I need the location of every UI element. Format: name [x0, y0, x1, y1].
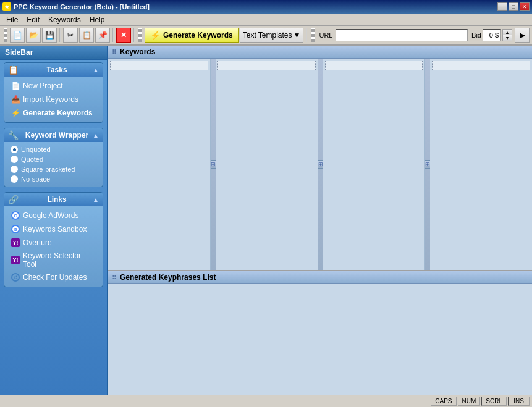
sidebar-item-keywords-sandbox[interactable]: G Keywords Sandbox [6, 222, 101, 236]
sidebar-item-google-adwords[interactable]: G Google AdWords [6, 209, 101, 222]
cut-btn[interactable]: ✂ [63, 28, 78, 43]
keyword-wrapper-section: 🔧 Keyword Wrapper ▲ Unquoted Quoted Squa… [4, 128, 103, 187]
keyphrases-content[interactable] [108, 284, 532, 395]
text-templates-button[interactable]: Text Templates ▼ [240, 28, 304, 43]
content-area: ⠿ Keywords ⊞ [108, 46, 532, 395]
radio-no-space[interactable]: No-space [6, 174, 101, 184]
keyphrases-label: Generated Keyphrases List [120, 273, 216, 282]
wrapper-collapse-icon: ▲ [93, 132, 99, 139]
kw-col4-header-box [432, 61, 530, 70]
kw-col1-header-box [110, 61, 208, 70]
open-btn[interactable]: 📂 [26, 28, 41, 43]
keywords-label: Keywords [120, 48, 155, 56]
kw-col4-body[interactable] [430, 72, 532, 270]
menu-bar: File Edit Keywords Help [0, 14, 532, 26]
links-section-header[interactable]: 🔗 Links ▲ [4, 193, 103, 206]
toolbar-grip-1 [4, 28, 7, 42]
kw-col2-header-box [217, 61, 316, 70]
title-bar-buttons: ─ □ ✕ [497, 2, 530, 11]
sidebar: SideBar 📋 Tasks ▲ 📄 New Project 📥 Import… [0, 46, 108, 395]
grip-icon: ⠿ [112, 49, 116, 56]
menu-keywords[interactable]: Keywords [44, 14, 85, 25]
keywords-panel-content: ⊞ ⊞ [108, 59, 532, 270]
toolbar-end-btn[interactable]: ▶ [515, 28, 530, 43]
sidebar-item-check-updates[interactable]: ↺ Check For Updates [6, 271, 101, 284]
sep1 [59, 28, 61, 42]
toolbar: 📄 📂 💾 ✂ 📋 📌 ✕ ⚡ Generate Keywords Text T… [0, 26, 532, 46]
menu-edit[interactable]: Edit [23, 14, 43, 25]
bid-up[interactable]: ▲ [503, 30, 512, 35]
keyphrases-panel-header: ⠿ Generated Keyphrases List [108, 271, 532, 284]
copy-btn[interactable]: 📋 [79, 28, 94, 43]
sq-label: Square-bracketed [21, 166, 75, 173]
title-bar: ★ PPC Keyword Generator (Beta) - [Untitl… [0, 0, 532, 14]
keywords-sandbox-label: Keywords Sandbox [23, 225, 87, 233]
col-separator-3[interactable]: ⊞ [425, 59, 430, 270]
links-label: Links [47, 195, 66, 204]
refresh-shape: ↺ [11, 273, 20, 282]
tasks-section: 📋 Tasks ▲ 📄 New Project 📥 Import Keyword… [4, 62, 103, 123]
num-indicator: NUM [458, 397, 481, 406]
toolbar-grip-2 [138, 28, 142, 42]
check-updates-icon: ↺ [11, 272, 20, 282]
wrapper-icon: 🔧 [8, 130, 19, 140]
generate-label: Generate Keywords [163, 31, 233, 40]
check-updates-label: Check For Updates [23, 273, 87, 282]
col-separator-1[interactable]: ⊞ [211, 59, 216, 270]
dropdown-arrow: ▼ [293, 31, 301, 40]
caps-indicator: CAPS [431, 397, 456, 406]
import-keywords-icon: 📥 [11, 94, 20, 104]
radio-unquoted[interactable]: Unquoted [6, 145, 101, 154]
scrl-indicator: SCRL [481, 397, 507, 406]
keywords-panel-header: ⠿ Keywords [108, 46, 532, 59]
tasks-content: 📄 New Project 📥 Import Keywords ⚡ Genera… [4, 77, 103, 122]
kw-col1-body[interactable] [108, 72, 210, 270]
url-input[interactable] [336, 29, 468, 41]
radio-sq-circle [11, 166, 18, 173]
toolbar-grip-3 [311, 28, 315, 42]
title-bar-left: ★ PPC Keyword Generator (Beta) - [Untitl… [2, 2, 150, 11]
save-btn[interactable]: 💾 [42, 28, 57, 43]
sidebar-item-import-keywords[interactable]: 📥 Import Keywords [6, 93, 101, 106]
radio-quoted[interactable]: Quoted [6, 154, 101, 164]
text-templates-label: Text Templates [243, 31, 292, 40]
delete-btn[interactable]: ✕ [116, 28, 131, 43]
paste-btn[interactable]: 📌 [95, 28, 110, 43]
bid-spinner[interactable]: ▲ ▼ [502, 29, 512, 41]
google-adwords-icon: G [11, 211, 20, 220]
sidebar-item-keyword-selector[interactable]: Y! Keyword Selector Tool [6, 250, 101, 271]
kw-col3-body[interactable] [323, 72, 425, 270]
bid-down[interactable]: ▼ [503, 35, 512, 41]
maximize-button[interactable]: □ [509, 2, 518, 11]
radio-ns-circle [11, 175, 18, 183]
keyphrases-panel: ⠿ Generated Keyphrases List [108, 271, 532, 395]
generate-keywords-button[interactable]: ⚡ Generate Keywords [145, 28, 239, 43]
menu-file[interactable]: File [2, 14, 22, 25]
sidebar-item-new-project[interactable]: 📄 New Project [6, 79, 101, 93]
menu-help[interactable]: Help [86, 14, 109, 25]
kp-grip-icon: ⠿ [112, 274, 116, 281]
unquoted-label: Unquoted [21, 146, 51, 153]
bolt-icon: ⚡ [150, 30, 161, 40]
status-bar: CAPS NUM SCRL INS [0, 395, 532, 407]
keyword-wrapper-header[interactable]: 🔧 Keyword Wrapper ▲ [4, 128, 103, 142]
new-btn[interactable]: 📄 [10, 28, 25, 43]
kw-column-1 [108, 59, 211, 270]
keyword-selector-icon: Y! [11, 255, 20, 265]
col-separator-2[interactable]: ⊞ [318, 59, 323, 270]
tasks-section-header[interactable]: 📋 Tasks ▲ [4, 63, 103, 77]
kw-col2-body[interactable] [216, 72, 318, 270]
sep2 [112, 28, 114, 42]
sidebar-item-overture[interactable]: Y! Overture [6, 236, 101, 250]
sidebar-item-generate-keywords[interactable]: ⚡ Generate Keywords [6, 106, 101, 120]
overture-yahoo-shape: Y! [11, 238, 20, 247]
radio-square-bracketed[interactable]: Square-bracketed [6, 164, 101, 174]
overture-label: Overture [23, 238, 52, 247]
url-label: URL [319, 31, 332, 39]
kw-selector-shape: Y! [11, 256, 20, 264]
bid-input[interactable] [483, 29, 501, 41]
minimize-button[interactable]: ─ [497, 2, 507, 11]
keyword-wrapper-label: Keyword Wrapper [25, 131, 88, 140]
close-button[interactable]: ✕ [520, 2, 530, 11]
ns-label: No-space [21, 175, 50, 183]
